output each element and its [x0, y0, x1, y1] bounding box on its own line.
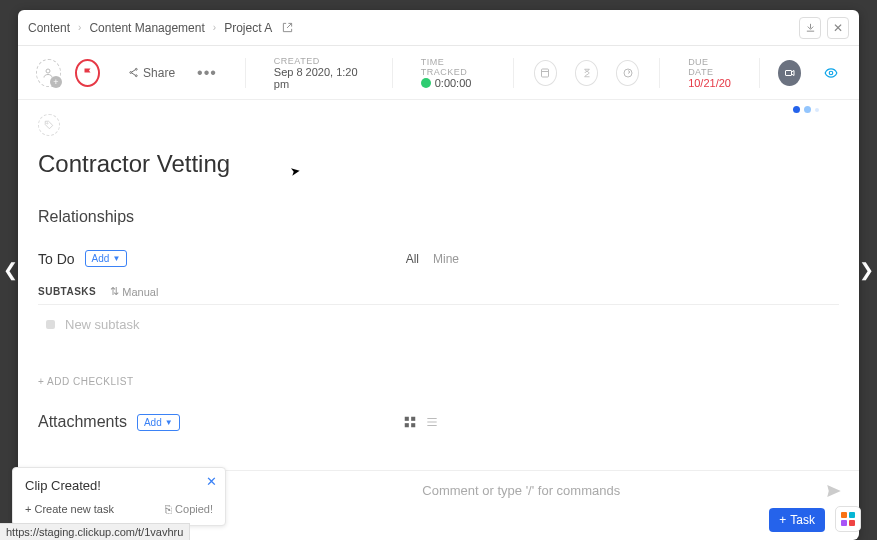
- svg-point-1: [135, 68, 137, 70]
- time-label: TIME TRACKED: [421, 57, 485, 77]
- caret-down-icon: ▼: [112, 254, 120, 263]
- sort-label: Manual: [122, 286, 158, 298]
- due-value: 10/21/20: [688, 77, 731, 89]
- assignee-add-icon[interactable]: [36, 59, 61, 87]
- list-view-icon[interactable]: [425, 415, 439, 429]
- toast-copied: ⎘ Copied!: [165, 503, 213, 515]
- breadcrumb-l3[interactable]: Project A: [224, 21, 272, 35]
- chevron-right-icon: ›: [213, 22, 216, 33]
- todo-add-button[interactable]: Add ▼: [85, 250, 128, 267]
- todo-filter-tabs: All Mine: [406, 252, 459, 266]
- svg-rect-6: [785, 70, 791, 75]
- created-label: CREATED: [274, 56, 364, 66]
- due-label: DUE DATE: [688, 57, 731, 77]
- estimate-icon[interactable]: [534, 60, 557, 86]
- breadcrumb-l2[interactable]: Content Management: [89, 21, 204, 35]
- apps-grid-icon[interactable]: [835, 506, 861, 532]
- filter-mine-tab[interactable]: Mine: [433, 252, 459, 266]
- task-button-label: Task: [790, 513, 815, 527]
- comment-placeholder[interactable]: Comment or type '/' for commands: [422, 483, 620, 498]
- priority-flag-icon[interactable]: [75, 59, 100, 87]
- loading-indicator: [793, 106, 819, 113]
- send-icon[interactable]: [825, 482, 843, 500]
- plus-icon: +: [779, 513, 786, 527]
- new-subtask-placeholder: New subtask: [65, 317, 139, 332]
- hourglass-icon[interactable]: [575, 60, 598, 86]
- svg-rect-12: [411, 423, 415, 427]
- open-external-icon[interactable]: [280, 21, 294, 35]
- next-task-arrow[interactable]: ❯: [859, 259, 874, 281]
- new-task-button[interactable]: + Task: [769, 508, 825, 532]
- caret-down-icon: ▼: [165, 418, 173, 427]
- add-checklist-button[interactable]: + ADD CHECKLIST: [38, 376, 839, 387]
- due-date-meta[interactable]: DUE DATE 10/21/20: [688, 57, 731, 89]
- filter-all-tab[interactable]: All: [406, 252, 419, 266]
- share-label: Share: [143, 66, 175, 80]
- time-tracked-meta: TIME TRACKED 0:00:00: [421, 57, 485, 89]
- svg-point-7: [829, 71, 833, 75]
- toast-title: Clip Created!: [25, 478, 213, 493]
- created-meta: CREATED Sep 8 2020, 1:20 pm: [274, 56, 364, 90]
- attachments-heading: Attachments: [38, 413, 127, 431]
- chevron-right-icon: ›: [78, 22, 81, 33]
- watchers-icon[interactable]: [821, 66, 841, 80]
- toast-create-label: Create new task: [34, 503, 113, 515]
- svg-point-0: [46, 69, 50, 73]
- new-subtask-input[interactable]: New subtask: [38, 313, 839, 348]
- close-button[interactable]: ✕: [827, 17, 849, 39]
- todo-heading: To Do: [38, 251, 75, 267]
- play-icon[interactable]: [421, 78, 431, 88]
- time-value: 0:00:00: [435, 77, 472, 89]
- prev-task-arrow[interactable]: ❮: [3, 259, 18, 281]
- sprint-icon[interactable]: [616, 60, 639, 86]
- task-header: Share ••• CREATED Sep 8 2020, 1:20 pm TI…: [18, 46, 859, 100]
- tag-add-icon[interactable]: [38, 114, 60, 136]
- svg-rect-9: [405, 417, 409, 421]
- created-value: Sep 8 2020, 1:20 pm: [274, 66, 364, 90]
- share-button[interactable]: Share: [128, 66, 175, 80]
- toast-close-icon[interactable]: ✕: [206, 474, 217, 489]
- svg-rect-4: [542, 69, 549, 77]
- status-square-icon: [46, 320, 55, 329]
- task-title[interactable]: Contractor Vetting: [38, 150, 839, 178]
- grid-view-icon[interactable]: [403, 415, 417, 429]
- breadcrumb-bar: Content › Content Management › Project A…: [18, 10, 859, 46]
- clip-toast: ✕ Clip Created! + Create new task ⎘ Copi…: [12, 467, 226, 526]
- toast-create-task[interactable]: + Create new task: [25, 503, 114, 515]
- minimize-button[interactable]: [799, 17, 821, 39]
- more-menu-icon[interactable]: •••: [197, 64, 217, 82]
- breadcrumb-l1[interactable]: Content: [28, 21, 70, 35]
- record-clip-icon[interactable]: [778, 60, 801, 86]
- add-label: Add: [92, 253, 110, 264]
- subtasks-heading: SUBTASKS: [38, 286, 96, 297]
- subtasks-sort[interactable]: ⇅ Manual: [110, 285, 158, 298]
- sort-arrows-icon: ⇅: [110, 285, 119, 298]
- add-label: Add: [144, 417, 162, 428]
- svg-rect-10: [411, 417, 415, 421]
- attachments-add-button[interactable]: Add ▼: [137, 414, 180, 431]
- toast-copied-label: Copied!: [175, 503, 213, 515]
- svg-point-3: [135, 75, 137, 77]
- task-modal: Content › Content Management › Project A…: [18, 10, 859, 540]
- svg-point-2: [130, 72, 132, 74]
- svg-point-8: [47, 123, 48, 124]
- status-url: https://staging.clickup.com/t/1vavhru: [0, 523, 190, 540]
- relationships-heading: Relationships: [38, 208, 839, 226]
- svg-rect-11: [405, 423, 409, 427]
